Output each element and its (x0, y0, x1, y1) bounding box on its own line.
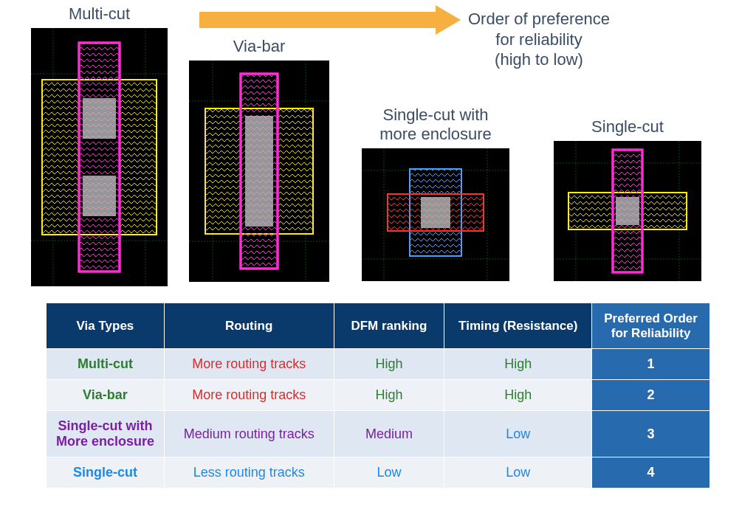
enclosure-svg (362, 148, 509, 281)
cell-timing: High (444, 380, 592, 411)
cell-timing: Low (444, 411, 592, 457)
diagram-single-enclosure: Single-cut with more enclosure (362, 106, 509, 281)
diagram-viabar: Via-bar (189, 37, 329, 282)
diagram-title: Via-bar (233, 37, 286, 56)
diagram-multicut: Multi-cut (31, 4, 168, 286)
via-comparison-table: Via Types Routing DFM ranking Timing (Re… (46, 303, 710, 488)
svg-rect-18 (245, 116, 273, 227)
cell-via-type: Single-cut (47, 457, 165, 488)
table-row: Single-cutLess routing tracksLowLow4 (47, 457, 710, 488)
svg-rect-6 (79, 43, 120, 272)
svg-rect-8 (83, 98, 116, 139)
cell-dfm: High (334, 380, 444, 411)
table-row: Multi-cutMore routing tracksHighHigh1 (47, 349, 710, 380)
cell-via-type: Via-bar (47, 380, 165, 411)
cell-routing: Less routing tracks (164, 457, 334, 488)
table-header-row: Via Types Routing DFM ranking Timing (Re… (47, 303, 710, 349)
cell-dfm: High (334, 349, 444, 380)
th-via-types: Via Types (47, 303, 165, 349)
th-routing: Routing (164, 303, 334, 349)
viabar-svg (189, 61, 329, 282)
cell-order: 1 (592, 349, 710, 380)
single-svg (554, 141, 701, 281)
multicut-svg (31, 28, 168, 286)
cell-order: 4 (592, 457, 710, 488)
th-timing: Timing (Resistance) (444, 303, 592, 349)
cell-order: 3 (592, 411, 710, 457)
cell-order: 2 (592, 380, 710, 411)
th-order: Preferred Order for Reliability (592, 303, 710, 349)
diagram-title: Multi-cut (69, 4, 130, 24)
svg-rect-35 (616, 197, 639, 225)
cell-routing: More routing tracks (164, 349, 334, 380)
cell-timing: High (444, 349, 592, 380)
cell-dfm: Low (334, 457, 444, 488)
th-dfm: DFM ranking (334, 303, 444, 349)
cell-via-type: Single-cut with More enclosure (47, 411, 165, 457)
via-diagrams: Multi-cut Via-bar (0, 0, 756, 288)
title-line: Single-cut with (382, 106, 488, 124)
cell-timing: Low (444, 457, 592, 488)
table-row: Via-barMore routing tracksHighHigh2 (47, 380, 710, 411)
diagram-title: Single-cut with more enclosure (379, 106, 492, 144)
svg-rect-9 (83, 176, 116, 216)
diagram-single: Single-cut (554, 117, 701, 281)
cell-routing: More routing tracks (164, 380, 334, 411)
cell-via-type: Multi-cut (47, 349, 165, 380)
title-line: more enclosure (379, 125, 492, 143)
cell-routing: Medium routing tracks (164, 411, 334, 457)
table-row: Single-cut with More enclosureMedium rou… (47, 411, 710, 457)
diagram-title: Single-cut (591, 117, 664, 137)
svg-rect-26 (421, 197, 450, 228)
cell-dfm: Medium (334, 411, 444, 457)
